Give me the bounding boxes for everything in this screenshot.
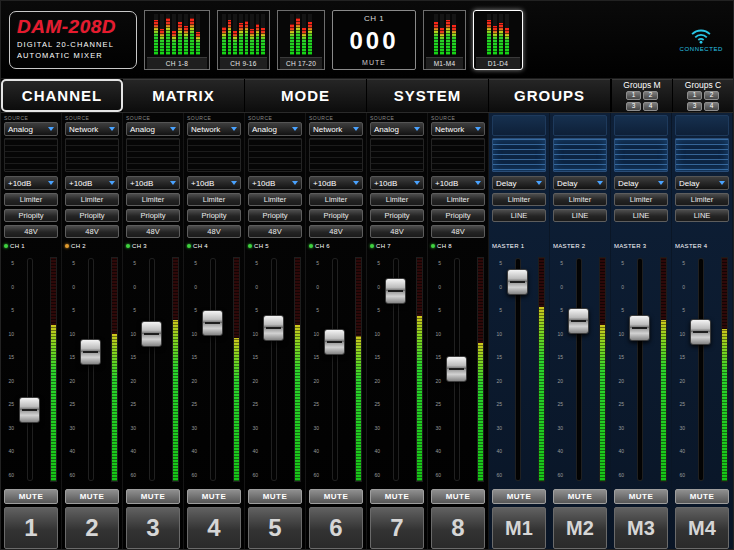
groups-m-button-2[interactable]: 2 [643,91,658,100]
limiter-button[interactable]: Limiter [4,193,58,206]
line-button[interactable]: LINE [614,209,668,222]
fader-handle[interactable] [19,397,40,423]
phantom-48v-button[interactable]: 48V [4,225,58,238]
fader-handle[interactable] [80,339,101,365]
limiter-button[interactable]: Limiter [492,193,546,206]
limiter-button[interactable]: Limiter [65,193,119,206]
priority-button[interactable]: Priopity [126,209,180,222]
limiter-button[interactable]: Limiter [553,193,607,206]
delay-select[interactable]: Delay [614,176,668,190]
tab-matrix[interactable]: MATRIX [123,79,245,112]
channel-number-button[interactable]: 3 [126,507,180,549]
source-select[interactable]: Analog [4,122,58,136]
priority-button[interactable]: Priopity [65,209,119,222]
mute-button[interactable]: MUTE [431,489,485,504]
mute-button[interactable]: MUTE [126,489,180,504]
tab-channel[interactable]: CHANNEL [1,79,123,112]
fader-track[interactable] [211,259,215,480]
groups-m-button-4[interactable]: 4 [643,102,658,111]
line-button[interactable]: LINE [675,209,729,222]
tab-system[interactable]: SYSTEM [367,79,489,112]
fader-handle[interactable] [507,269,528,295]
channel-number-button[interactable]: 6 [309,507,363,549]
fader-handle[interactable] [263,315,284,341]
channel-number-button[interactable]: 5 [248,507,302,549]
gain-select[interactable]: +10dB [431,176,485,190]
phantom-48v-button[interactable]: 48V [126,225,180,238]
mute-button[interactable]: MUTE [492,489,546,504]
groups-c-button-1[interactable]: 1 [687,91,702,100]
mute-button[interactable]: MUTE [370,489,424,504]
groups-c-button-2[interactable]: 2 [704,91,719,100]
phantom-48v-button[interactable]: 48V [187,225,241,238]
master-number-button[interactable]: M3 [614,507,668,549]
tab-groups[interactable]: GROUPS [489,79,611,112]
priority-button[interactable]: Priopity [4,209,58,222]
priority-button[interactable]: Priopity [248,209,302,222]
gain-select[interactable]: +10dB [248,176,302,190]
fader-handle[interactable] [385,278,406,304]
priority-button[interactable]: Priopity [187,209,241,222]
meter-group-d1-d4[interactable]: D1-D4 [473,10,523,70]
priority-button[interactable]: Priopity [370,209,424,222]
groups-c-button-4[interactable]: 4 [704,102,719,111]
channel-number-button[interactable]: 7 [370,507,424,549]
master-number-button[interactable]: M1 [492,507,546,549]
mute-button[interactable]: MUTE [675,489,729,504]
meter-group-ch17-20[interactable]: CH 17-20 [277,10,325,70]
fader-handle[interactable] [141,321,162,347]
channel-number-button[interactable]: 8 [431,507,485,549]
delay-select[interactable]: Delay [553,176,607,190]
source-select[interactable]: Network [431,122,485,136]
fader-track[interactable] [333,259,337,480]
phantom-48v-button[interactable]: 48V [309,225,363,238]
fader-handle[interactable] [446,356,467,382]
gain-select[interactable]: +10dB [126,176,180,190]
mute-button[interactable]: MUTE [4,489,58,504]
limiter-button[interactable]: Limiter [614,193,668,206]
fader-track[interactable] [577,259,581,480]
mute-button[interactable]: MUTE [553,489,607,504]
source-select[interactable]: Network [309,122,363,136]
mute-button[interactable]: MUTE [248,489,302,504]
limiter-button[interactable]: Limiter [126,193,180,206]
line-button[interactable]: LINE [553,209,607,222]
gain-select[interactable]: +10dB [187,176,241,190]
channel-number-button[interactable]: 4 [187,507,241,549]
source-select[interactable]: Network [65,122,119,136]
channel-number-button[interactable]: 1 [4,507,58,549]
fader-handle[interactable] [568,308,589,334]
tab-mode[interactable]: MODE [245,79,367,112]
gain-select[interactable]: +10dB [309,176,363,190]
master-number-button[interactable]: M4 [675,507,729,549]
delay-select[interactable]: Delay [492,176,546,190]
fader-track[interactable] [699,259,703,480]
fader-track[interactable] [28,259,32,480]
limiter-button[interactable]: Limiter [309,193,363,206]
fader-handle[interactable] [690,319,711,345]
groups-m-button-3[interactable]: 3 [626,102,641,111]
phantom-48v-button[interactable]: 48V [431,225,485,238]
delay-select[interactable]: Delay [675,176,729,190]
gain-select[interactable]: +10dB [370,176,424,190]
mute-button[interactable]: MUTE [187,489,241,504]
limiter-button[interactable]: Limiter [370,193,424,206]
gain-select[interactable]: +10dB [65,176,119,190]
groups-m-button-1[interactable]: 1 [626,91,641,100]
mute-button[interactable]: MUTE [65,489,119,504]
meter-group-ch9-16[interactable]: CH 9-16 [217,10,270,70]
master-number-button[interactable]: M2 [553,507,607,549]
limiter-button[interactable]: Limiter [187,193,241,206]
phantom-48v-button[interactable]: 48V [248,225,302,238]
phantom-48v-button[interactable]: 48V [370,225,424,238]
fader-track[interactable] [272,259,276,480]
source-select[interactable]: Network [187,122,241,136]
fader-track[interactable] [89,259,93,480]
source-select[interactable]: Analog [126,122,180,136]
meter-group-ch1-8[interactable]: CH 1-8 [144,10,210,70]
source-select[interactable]: Analog [370,122,424,136]
gain-select[interactable]: +10dB [4,176,58,190]
mute-button[interactable]: MUTE [614,489,668,504]
fader-track[interactable] [150,259,154,480]
limiter-button[interactable]: Limiter [248,193,302,206]
